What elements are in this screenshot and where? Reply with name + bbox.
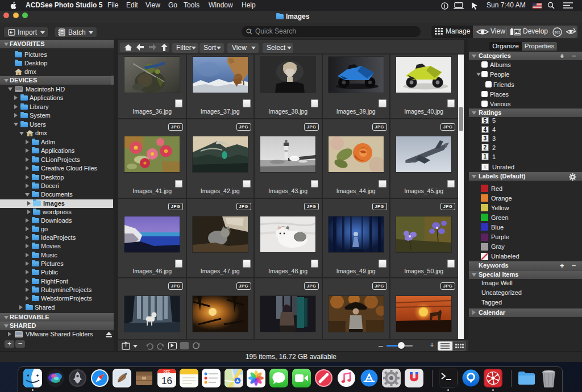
- svg-text:365: 365: [554, 31, 560, 34]
- svg-text:16: 16: [161, 376, 172, 386]
- svg-text:DEC: DEC: [163, 370, 170, 373]
